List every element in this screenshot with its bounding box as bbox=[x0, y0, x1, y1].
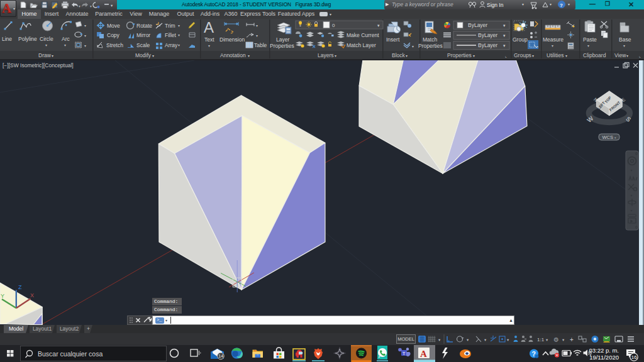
svg-text:▾: ▾ bbox=[473, 54, 475, 58]
svg-text:▾: ▾ bbox=[467, 337, 469, 342]
svg-text:Line: Line bbox=[2, 36, 12, 42]
svg-text:▾: ▾ bbox=[377, 23, 380, 28]
svg-text:Block: Block bbox=[392, 52, 406, 58]
svg-text:ByLayer: ByLayer bbox=[478, 42, 497, 48]
svg-text:▾: ▾ bbox=[532, 54, 534, 58]
svg-text:WCS: WCS bbox=[602, 134, 614, 140]
svg-text:▾: ▾ bbox=[64, 43, 66, 47]
svg-text:ByLayer: ByLayer bbox=[478, 32, 497, 38]
svg-text:▾: ▾ bbox=[178, 24, 180, 28]
svg-text:▾: ▾ bbox=[565, 54, 567, 58]
svg-text:▾: ▾ bbox=[52, 54, 53, 58]
svg-text:▾: ▾ bbox=[631, 168, 633, 172]
svg-text:▾: ▾ bbox=[256, 34, 258, 38]
svg-text:A: A bbox=[420, 349, 427, 359]
svg-text:⌞: ⌞ bbox=[639, 54, 641, 58]
svg-text:Fillet: Fillet bbox=[165, 32, 177, 38]
svg-text:Annotation: Annotation bbox=[220, 52, 246, 58]
svg-text:Circle: Circle bbox=[40, 36, 53, 42]
svg-text:Dimension: Dimension bbox=[219, 36, 245, 43]
svg-text:Copy: Copy bbox=[107, 32, 120, 38]
svg-text:▾: ▾ bbox=[552, 44, 553, 48]
svg-text:Rotate: Rotate bbox=[136, 23, 152, 29]
svg-text:▾: ▾ bbox=[631, 209, 633, 212]
svg-text:Clipboard: Clipboard bbox=[583, 52, 606, 58]
svg-text:Y: Y bbox=[1, 293, 4, 299]
svg-text:▾: ▾ bbox=[503, 33, 506, 38]
svg-text:Polyline: Polyline bbox=[18, 36, 37, 42]
svg-text:Array: Array bbox=[165, 42, 178, 48]
svg-text:Table: Table bbox=[254, 42, 267, 48]
svg-text:Text: Text bbox=[204, 36, 214, 43]
svg-text:▾: ▾ bbox=[503, 23, 506, 28]
svg-text:0: 0 bbox=[332, 23, 335, 28]
svg-text:⌞: ⌞ bbox=[505, 54, 507, 58]
svg-text:1:1: 1:1 bbox=[537, 337, 545, 343]
svg-text:14: 14 bbox=[218, 353, 223, 359]
svg-text:Group: Group bbox=[513, 36, 528, 43]
svg-text:▾: ▾ bbox=[90, 4, 92, 8]
svg-text:Measure: Measure bbox=[543, 36, 564, 43]
svg-text:▾: ▾ bbox=[587, 44, 589, 48]
svg-text:▾: ▾ bbox=[84, 44, 86, 48]
svg-text:▾: ▾ bbox=[412, 45, 414, 48]
svg-text:A: A bbox=[204, 19, 214, 36]
svg-text:▾: ▾ bbox=[631, 194, 633, 197]
svg-text:Layers: Layers bbox=[318, 52, 334, 58]
svg-text:▾: ▾ bbox=[507, 337, 509, 342]
svg-text:X: X bbox=[30, 292, 34, 299]
svg-text:T: T bbox=[402, 351, 406, 356]
svg-text:▾: ▾ bbox=[178, 33, 180, 37]
svg-text:Arc: Arc bbox=[62, 36, 70, 42]
svg-text:Properties: Properties bbox=[418, 43, 443, 49]
svg-text:▾: ▾ bbox=[546, 337, 548, 342]
svg-text:Trim: Trim bbox=[165, 23, 175, 29]
svg-text:▾: ▾ bbox=[562, 337, 565, 342]
svg-text:+: + bbox=[570, 336, 574, 343]
svg-text:Make Current: Make Current bbox=[347, 32, 379, 38]
svg-text:▾: ▾ bbox=[484, 337, 487, 342]
svg-text:▾: ▾ bbox=[79, 4, 80, 8]
svg-text:Move: Move bbox=[107, 23, 120, 29]
svg-text:Draw: Draw bbox=[38, 52, 52, 58]
svg-text:▾: ▾ bbox=[626, 54, 628, 58]
svg-text:Properties: Properties bbox=[270, 43, 294, 49]
svg-text:Stretch: Stretch bbox=[106, 42, 123, 48]
svg-text:▾: ▾ bbox=[84, 24, 86, 28]
svg-text:▾: ▾ bbox=[256, 24, 258, 28]
svg-text:▾: ▾ bbox=[623, 44, 625, 48]
svg-text:Match Layer: Match Layer bbox=[347, 42, 376, 48]
svg-text:▾: ▾ bbox=[503, 43, 506, 48]
svg-text:▾: ▾ bbox=[178, 43, 180, 47]
svg-text:?: ? bbox=[560, 3, 563, 8]
svg-text:Z: Z bbox=[18, 284, 22, 290]
svg-text:Mirror: Mirror bbox=[136, 32, 150, 38]
svg-text:Insert: Insert bbox=[386, 36, 400, 43]
svg-text:Groups: Groups bbox=[514, 52, 531, 58]
svg-text:▾: ▾ bbox=[208, 44, 210, 48]
svg-text:Modify: Modify bbox=[135, 52, 152, 58]
svg-text:▾: ▾ bbox=[84, 34, 86, 38]
svg-text:Layer: Layer bbox=[276, 36, 289, 43]
svg-text:ByLayer: ByLayer bbox=[468, 22, 487, 28]
svg-text:16: 16 bbox=[631, 354, 637, 360]
svg-text:▾: ▾ bbox=[111, 3, 113, 8]
svg-text:View: View bbox=[614, 52, 626, 58]
svg-text:Base: Base bbox=[619, 36, 631, 43]
svg-text:▾: ▾ bbox=[152, 54, 154, 58]
svg-text:▾: ▾ bbox=[248, 54, 250, 58]
svg-text:▾: ▾ bbox=[335, 54, 336, 58]
svg-text:▾: ▾ bbox=[438, 337, 441, 342]
svg-text:Scale: Scale bbox=[136, 42, 150, 48]
svg-text:▾: ▾ bbox=[406, 54, 408, 58]
svg-text:Properties: Properties bbox=[447, 52, 472, 58]
svg-text:Utilities: Utilities bbox=[547, 52, 564, 58]
svg-text:⚙: ⚙ bbox=[553, 336, 559, 343]
svg-text:Paste: Paste bbox=[583, 36, 597, 43]
svg-text:▾: ▾ bbox=[45, 43, 47, 47]
svg-text:Match: Match bbox=[423, 36, 437, 43]
